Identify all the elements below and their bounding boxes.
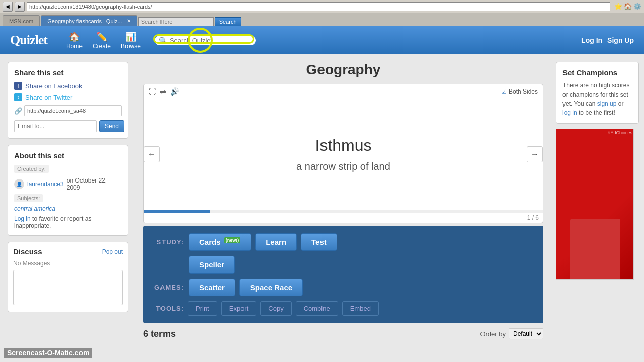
login-link[interactable]: Log In [581, 36, 602, 44]
export-button[interactable]: Export [221, 301, 257, 316]
ad-image [570, 219, 620, 279]
quizlet-logo: Quizlet [10, 33, 47, 48]
tab-search-input[interactable] [138, 17, 214, 26]
print-button[interactable]: Print [188, 301, 217, 316]
share-twitter-link[interactable]: t Share on Twitter [14, 93, 122, 101]
advertisement: ℹ AdChoices [556, 129, 634, 280]
browser-toolbar: ◀ ▶ ⭐ 🏠 ⚙️ [0, 0, 644, 13]
tools-row: TOOLS: Print Export Copy Combine Embed [151, 301, 536, 316]
browser-chrome: ◀ ▶ ⭐ 🏠 ⚙️ MSN.com Geography flashcards … [0, 0, 644, 26]
facebook-icon: f [14, 82, 22, 90]
email-input[interactable] [14, 120, 97, 132]
about-title: About this set [14, 151, 122, 160]
creator-row: 👤 laurendance3 on October 22, 2009 [14, 177, 122, 191]
tab-close-icon[interactable]: ✕ [127, 18, 131, 24]
home-nav-icon: 🏠 [69, 31, 80, 42]
settings-icon[interactable]: ⚙️ [633, 3, 641, 10]
browser-icons: ⭐ 🏠 ⚙️ [614, 3, 641, 10]
both-sides-toggle[interactable]: ☑ Both Sides [501, 88, 538, 95]
games-buttons: Scatter Space Race [189, 279, 303, 296]
tab-label: Geography flashcards | Quiz... [47, 18, 122, 24]
signup-link[interactable]: Sign Up [607, 36, 634, 44]
test-button[interactable]: Test [301, 233, 337, 251]
share-facebook-link[interactable]: f Share on Facebook [14, 82, 122, 90]
shuffle-icon[interactable]: ⇌ [160, 87, 166, 96]
tab-label: MSN.com [9, 18, 33, 24]
main-content: Share this set f Share on Facebook t Sha… [0, 54, 644, 362]
nav-home[interactable]: 🏠 Home [62, 30, 87, 51]
header-search-input[interactable] [170, 37, 245, 44]
study-buttons: Cards (new!) Learn Test [189, 233, 337, 251]
url-row: 🔗 [14, 105, 122, 116]
discuss-title: Discuss [13, 247, 42, 256]
card-definition: a narrow strip of land [296, 161, 390, 172]
message-input[interactable] [13, 270, 123, 305]
share-fb-label: Share on Facebook [25, 82, 82, 90]
pop-out-link[interactable]: Pop out [102, 248, 123, 255]
scatter-button[interactable]: Scatter [189, 279, 235, 296]
card-body[interactable]: Isthmus a narrow strip of land [160, 99, 527, 210]
sign-up-link[interactable]: sign up [597, 100, 617, 107]
twitter-icon: t [14, 93, 22, 101]
copy-button[interactable]: Copy [260, 301, 291, 316]
prev-card-button[interactable]: ← [144, 146, 160, 162]
nav-create[interactable]: ✏️ Create [89, 30, 115, 51]
forward-btn[interactable]: ▶ [15, 2, 25, 12]
ad-choices-label: AdChoices [610, 130, 632, 135]
star-icon[interactable]: ⭐ [614, 3, 622, 10]
next-card-button[interactable]: → [527, 146, 543, 162]
tab-geography[interactable]: Geography flashcards | Quiz... ✕ [41, 15, 137, 26]
email-row: Send [14, 120, 122, 132]
champions-log-in-link[interactable]: log in [562, 109, 577, 116]
fullscreen-icon[interactable]: ⛶ [149, 87, 156, 96]
combine-button[interactable]: Combine [296, 301, 338, 316]
left-sidebar: Share this set f Share on Facebook t Sha… [0, 54, 136, 362]
order-select[interactable]: Default [509, 328, 543, 339]
embed-button[interactable]: Embed [342, 301, 379, 316]
created-by-label: Created by: [14, 165, 49, 173]
order-by-label: Order by [480, 330, 506, 338]
url-input[interactable] [24, 105, 122, 116]
champions-or: or [618, 100, 624, 107]
space-race-button[interactable]: Space Race [239, 279, 303, 296]
create-nav-icon: ✏️ [96, 31, 107, 42]
home-icon[interactable]: 🏠 [624, 3, 632, 10]
nav-browse-label: Browse [121, 43, 141, 50]
study-label: STUDY: [151, 238, 184, 246]
back-btn[interactable]: ◀ [3, 2, 13, 12]
speller-button[interactable]: Speller [189, 256, 235, 274]
username-link[interactable]: laurendance3 [27, 180, 64, 188]
card-counter: 1 / 6 [527, 214, 539, 221]
address-bar[interactable] [27, 2, 610, 11]
share-tw-label: Share on Twitter [25, 94, 72, 101]
quizlet-header: Quizlet 🏠 Home ✏️ Create 📊 Browse 🔍 Log … [0, 26, 644, 54]
discuss-section: Discuss Pop out No Messages [8, 242, 128, 312]
tab-search-button[interactable]: Search [215, 17, 242, 26]
cards-label: Cards [199, 238, 221, 246]
audio-icon[interactable]: 🔊 [170, 87, 179, 96]
set-champions-section: Set Champions There are no high scores o… [556, 62, 639, 124]
tab-msn[interactable]: MSN.com [3, 15, 40, 26]
send-button[interactable]: Send [99, 120, 124, 132]
learn-button[interactable]: Learn [255, 233, 297, 251]
tabs-bar: MSN.com Geography flashcards | Quiz... ✕… [0, 13, 644, 26]
card-row: ← Isthmus a narrow strip of land → [144, 99, 543, 210]
log-in-link[interactable]: Log in [14, 215, 31, 222]
right-sidebar: Set Champions There are no high scores o… [551, 54, 644, 362]
speller-row: Speller [151, 256, 536, 274]
center-content: Geography ⛶ ⇌ 🔊 ☑ Both Sides ← Isthmus a… [136, 54, 551, 362]
subject-link[interactable]: central america [14, 205, 122, 212]
discuss-header: Discuss Pop out [13, 247, 123, 256]
link-icon: 🔗 [14, 107, 22, 115]
games-label: GAMES: [151, 284, 184, 291]
cards-button[interactable]: Cards (new!) [189, 233, 251, 251]
card-counter-row: 1 / 6 [144, 213, 543, 223]
no-messages: No Messages [13, 260, 123, 267]
study-section: STUDY: Cards (new!) Learn Test Speller G… [143, 226, 543, 323]
nav-browse[interactable]: 📊 Browse [117, 30, 145, 51]
share-section: Share this set f Share on Facebook t Sha… [8, 62, 128, 139]
screencast-watermark: Screencast-O-Matic.com [4, 348, 92, 358]
speller-buttons: Speller [189, 256, 235, 274]
card-toolbar: ⛶ ⇌ 🔊 ☑ Both Sides [144, 84, 543, 99]
champions-suffix: to be the first! [579, 109, 615, 116]
